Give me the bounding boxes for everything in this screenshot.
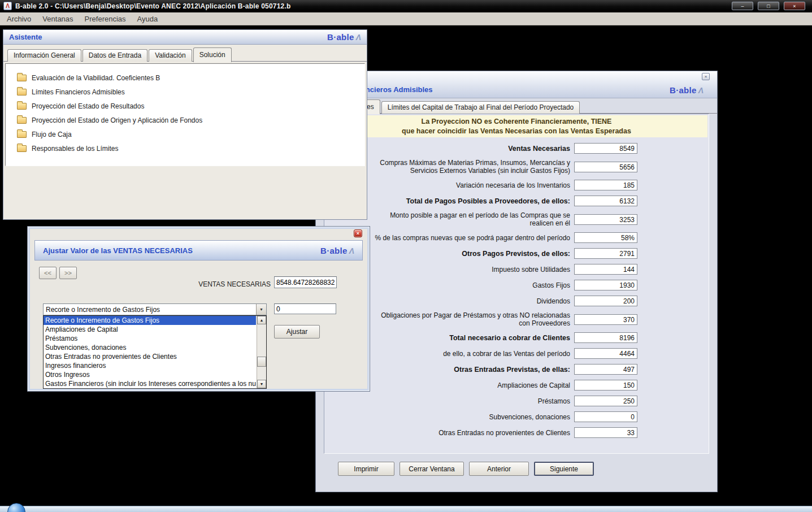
ajustar-button[interactable]: Ajustar	[274, 325, 320, 339]
tab-informacion-general[interactable]: Información General	[7, 49, 81, 62]
app-icon-glyph: Λ	[6, 3, 10, 9]
row-value-field: 8549	[574, 143, 637, 154]
menu-ayuda[interactable]: Ayuda	[132, 14, 164, 24]
amount-input[interactable]	[274, 303, 336, 314]
table-row: Dividendos 200	[370, 296, 637, 306]
table-row: Compras Máximas de Materias Primas, Insu…	[370, 159, 637, 175]
combobox-value: Recorte o Incremento de Gastos Fijos	[44, 304, 256, 315]
row-label: de ello, a cobrar de las Ventas del perí…	[370, 350, 574, 358]
row-value-field: 200	[574, 296, 637, 306]
ajustar-close-button[interactable]: ×	[354, 229, 362, 237]
table-row: Subvenciones, donaciones 0	[370, 411, 637, 422]
ventas-necesarias-input[interactable]	[274, 276, 337, 288]
row-label: Impuesto sobre Utilidades	[370, 266, 574, 274]
ajustar-dialog: × Ajustar Valor de las VENTAS NECESARIAS…	[27, 226, 370, 392]
menu-ventanas[interactable]: Ventanas	[37, 14, 79, 24]
row-label: Ventas Necesarias	[370, 145, 574, 153]
anterior-button[interactable]: Anterior	[469, 462, 529, 476]
app-titlebar: Λ B-able 2.0 - C:\Users\Benja\Desktop\Ev…	[0, 0, 812, 12]
tab-datos-de-entrada[interactable]: Datos de Entrada	[82, 49, 147, 62]
row-value-field: 8196	[574, 332, 637, 343]
scroll-up-button[interactable]: ▲	[257, 316, 266, 324]
dropdown-item[interactable]: Subvenciones, donaciones	[44, 343, 256, 352]
tab-solucion[interactable]: Solución	[193, 47, 232, 62]
menu-preferencias[interactable]: Preferencias	[79, 14, 132, 24]
restore-button[interactable]: □	[758, 2, 779, 10]
bable-logo: B·ableΛ	[327, 32, 361, 42]
table-row: Gastos Fijos 1930	[370, 280, 637, 290]
tab-limites-capital-trabajo[interactable]: Límites del Capital de Trabajo al Final …	[381, 101, 580, 114]
folder-icon	[17, 89, 27, 96]
list-item-label: Flujo de Caja	[32, 131, 72, 138]
close-button[interactable]: ×	[784, 2, 805, 10]
row-label: Dividendos	[370, 297, 574, 305]
taskbar	[0, 506, 812, 512]
list-item[interactable]: Responsables de los Límites	[17, 141, 364, 155]
tab-validacion[interactable]: Validación	[149, 49, 192, 62]
bable-logo: B·ableΛ	[670, 85, 704, 95]
minimize-button[interactable]: –	[732, 2, 753, 10]
ajustar-window-title: Ajustar Valor de las VENTAS NECESARIAS	[43, 246, 193, 255]
folder-icon	[17, 117, 27, 124]
row-label: Total necesario a cobrar de Clientes	[370, 334, 574, 342]
row-label: Préstamos	[370, 397, 574, 405]
dropdown-item[interactable]: Otras Entradas no provenientes de Client…	[44, 352, 256, 361]
table-row: Ampliaciones de Capital 150	[370, 380, 637, 390]
scroll-thumb[interactable]	[257, 357, 266, 367]
table-row: Impuesto sobre Utilidades 144	[370, 264, 637, 275]
row-value-field: 370	[574, 314, 637, 325]
asistente-titlebar: Asistente B·ableΛ	[3, 30, 367, 45]
menubar: Archivo Ventanas Preferencias Ayuda	[0, 12, 812, 25]
list-item-label: Proyección del Estado de Origen y Aplica…	[32, 116, 202, 124]
row-value-field: 1930	[574, 280, 637, 290]
table-row: Monto posible a pagar en el período de l…	[370, 211, 637, 227]
dropdown-scrollbar[interactable]: ▲ ▼	[257, 316, 266, 388]
row-value-field: 4464	[574, 348, 637, 359]
row-label: Subvenciones, donaciones	[370, 413, 574, 421]
dropdown-item[interactable]: Ampliaciones de Capital	[44, 325, 256, 334]
list-item[interactable]: Proyección del Estado de Origen y Aplica…	[17, 113, 364, 127]
dropdown-item[interactable]: Préstamos	[44, 334, 256, 343]
dropdown-item[interactable]: Recorte o Incremento de Gastos Fijos	[44, 316, 256, 325]
menu-archivo[interactable]: Archivo	[1, 14, 37, 24]
asistente-tabs: Información General Datos de Entrada Val…	[3, 45, 367, 62]
minimize-icon: –	[741, 3, 744, 9]
dropdown-item[interactable]: Ingresos financieros	[44, 361, 256, 370]
ajustar-titlebar: Ajustar Valor de las VENTAS NECESARIAS B…	[34, 240, 363, 261]
adjustment-type-combobox[interactable]: Recorte o Incremento de Gastos Fijos ▼	[43, 303, 267, 315]
close-icon: ×	[793, 3, 796, 9]
limites-titlebar: × Límites Financieros Admisibles B·ableΛ	[316, 71, 717, 98]
list-item[interactable]: Límites Financieros Admisibles	[17, 85, 364, 99]
row-value-field: 497	[574, 364, 637, 375]
table-row: Otros Pagos Previstos, de ellos: 2791	[370, 248, 637, 259]
folder-icon	[17, 145, 27, 152]
app-title: B-able 2.0 - C:\Users\Benja\Desktop\Even…	[15, 2, 291, 10]
list-item[interactable]: Evaluación de la Viabilidad. Coeficiente…	[17, 71, 364, 85]
row-label: Ampliaciones de Capital	[370, 381, 574, 389]
cerrar-ventana-button[interactable]: Cerrar Ventana	[400, 462, 464, 476]
limites-close-button[interactable]: ×	[702, 73, 710, 80]
asistente-window: Asistente B·ableΛ Información General Da…	[3, 29, 367, 220]
list-item[interactable]: Proyección del Estado de Resultados	[17, 99, 364, 113]
scroll-down-button[interactable]: ▼	[257, 380, 266, 388]
row-label: % de las compras nuevas que se podrá pag…	[370, 234, 574, 242]
dropdown-item[interactable]: Otros Ingresos	[44, 370, 256, 379]
app-icon: Λ	[3, 2, 12, 10]
siguiente-button[interactable]: Siguiente	[534, 462, 594, 476]
restore-icon: □	[767, 3, 770, 9]
next-button[interactable]: >>	[59, 267, 77, 279]
table-row: Obligaciones por Pagar de Préstamos y ot…	[370, 311, 637, 327]
previous-button[interactable]: <<	[39, 267, 57, 279]
list-item-label: Responsables de los Límites	[32, 145, 118, 153]
window-controls: – □ ×	[732, 2, 809, 10]
dropdown-item[interactable]: Gastos Financieros (sin incluir los Inte…	[44, 379, 256, 388]
row-value-field: 185	[574, 180, 637, 190]
row-label: Otras Entradas no provenientes de Client…	[370, 429, 574, 437]
row-value-field: 0	[574, 411, 637, 422]
row-value-field: 2791	[574, 248, 637, 259]
list-item-label: Evaluación de la Viabilidad. Coeficiente…	[32, 74, 160, 82]
row-label: Compras Máximas de Materias Primas, Insu…	[370, 159, 574, 175]
imprimir-button[interactable]: Imprimir	[338, 462, 394, 476]
list-item[interactable]: Flujo de Caja	[17, 127, 364, 141]
combobox-arrow-button[interactable]: ▼	[256, 304, 266, 315]
